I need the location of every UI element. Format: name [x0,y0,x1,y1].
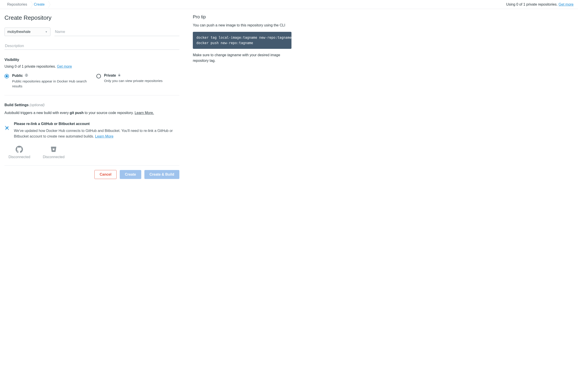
globe-icon [25,74,28,78]
page-title: Create Repository [4,14,179,21]
main-column: Create Repository mobythewhale ▼ Visibil… [4,14,179,179]
create-button[interactable]: Create [120,170,141,179]
repo-name-input[interactable] [54,28,179,36]
public-desc: Public repositories appear in Docker Hub… [12,79,88,88]
topbar-usage: Using 0 of 1 private repositories. Get m… [506,2,574,6]
relink-title: Please re-link a GitHub or Bitbucket acc… [14,122,179,126]
unplug-icon [4,125,9,139]
radio-private[interactable] [96,74,101,78]
bitbucket-provider[interactable]: Disconnected [43,146,65,159]
github-provider[interactable]: Disconnected [8,146,30,159]
create-and-build-button[interactable]: Create & Build [144,170,179,179]
build-settings-desc: Autobuild triggers a new build with ever… [4,110,179,116]
visibility-usage: Using 0 of 1 private repositories. Get m… [4,65,179,69]
build-learn-more-link[interactable]: Learn More. [135,111,154,115]
get-more-link[interactable]: Get more [559,2,574,6]
breadcrumb-root[interactable]: Repositories [4,0,31,9]
build-settings-title: Build Settings (optional) [4,103,179,107]
namespace-selected-value: mobythewhale [7,30,31,34]
topbar: Repositories Create Using 0 of 1 private… [0,0,578,9]
radio-public[interactable] [4,74,9,78]
pro-tip-intro: You can push a new image to this reposit… [193,23,291,28]
visibility-public-option[interactable]: Public Public repositories appear in Doc… [4,74,88,88]
cli-snippet: docker tag local-image:tagname new-repo:… [193,32,291,49]
lock-icon [118,74,121,78]
pro-tip-title: Pro tip [193,14,291,19]
visibility-title: Visibility [4,58,179,62]
pro-tip-note: Make sure to change tagname with your de… [193,52,291,64]
divider [4,95,179,95]
divider-2 [4,165,179,165]
public-label: Public [12,74,23,78]
visibility-private-option[interactable]: Private Only you can view private reposi… [96,74,179,88]
side-column: Pro tip You can push a new image to this… [193,14,291,179]
usage-text: Using 0 of 1 private repositories. [506,2,559,6]
bitbucket-status: Disconnected [43,155,65,159]
breadcrumb-current[interactable]: Create [31,0,49,9]
chevron-down-icon: ▼ [45,31,48,33]
relink-learn-more-link[interactable]: Learn More [95,134,113,138]
private-label: Private [104,74,116,78]
repo-description-input[interactable] [4,42,179,50]
github-status: Disconnected [8,155,30,159]
visibility-get-more-link[interactable]: Get more [57,65,72,68]
private-desc: Only you can view private repositories [104,78,163,83]
breadcrumb: Repositories Create [4,0,49,9]
relink-notice: Please re-link a GitHub or Bitbucket acc… [4,122,179,139]
github-icon [15,146,23,153]
cancel-button[interactable]: Cancel [95,170,116,179]
namespace-select[interactable]: mobythewhale ▼ [4,28,50,36]
relink-text: We've updated how Docker Hub connects to… [14,128,179,139]
bitbucket-icon [50,146,57,153]
